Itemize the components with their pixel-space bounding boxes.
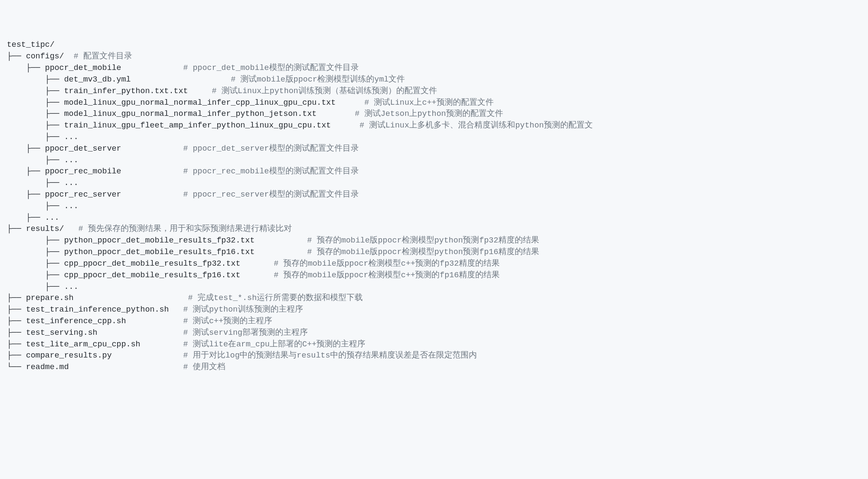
tree-line-text: ├── configs/	[7, 52, 73, 61]
tree-line-text: ├── train_infer_python.txt.txt	[7, 87, 212, 96]
tree-line-comment: # 测试python训练预测的主程序	[183, 305, 303, 314]
tree-line: ├── python_ppocr_det_mobile_results_fp32…	[7, 235, 861, 247]
tree-line-text: ├── model_linux_gpu_normal_normal_infer_…	[7, 98, 364, 107]
tree-line-text: ├── ppocr_det_server	[7, 144, 183, 153]
tree-line: ├── test_lite_arm_cpu_cpp.sh # 测试lite在ar…	[7, 339, 861, 351]
tree-line: ├── ppocr_rec_server # ppocr_rec_server模…	[7, 189, 861, 201]
tree-line-comment: # 测试Jetson上python预测的配置文件	[355, 109, 503, 118]
tree-line-text: ├── compare_results.py	[7, 351, 183, 360]
tree-line-comment: # 测试lite在arm_cpu上部署的C++预测的主程序	[183, 340, 366, 349]
tree-line: ├── model_linux_gpu_normal_normal_infer_…	[7, 97, 861, 109]
tree-line-text: ├── python_ppocr_det_mobile_results_fp16…	[7, 248, 307, 257]
tree-line-comment: # 预存的mobile版ppocr检测模型python预测fp16精度的结果	[307, 248, 539, 257]
tree-line: ├── train_linux_gpu_fleet_amp_infer_pyth…	[7, 120, 861, 132]
tree-line-comment: # 用于对比log中的预测结果与results中的预存结果精度误差是否在限定范围…	[183, 351, 477, 360]
tree-line-text: ├── ...	[7, 179, 88, 188]
tree-line-text: ├── train_linux_gpu_fleet_amp_infer_pyth…	[7, 121, 360, 130]
tree-line-text: ├── ppocr_det_mobile	[7, 64, 183, 73]
tree-line-text: ├── python_ppocr_det_mobile_results_fp32…	[7, 236, 307, 245]
tree-line-text: └── readme.md	[7, 363, 183, 372]
tree-line: ├── ...	[7, 178, 861, 189]
tree-line-text: ├── cpp_ppocr_det_mobile_results_fp16.tx…	[7, 271, 274, 280]
tree-line-text: ├── test_train_inference_python.sh	[7, 305, 183, 314]
tree-line-comment: # 预存的mobile版ppocr检测模型c++预测的fp32精度的结果	[274, 259, 500, 268]
tree-line-text: ├── ...	[7, 133, 88, 142]
tree-line-text: ├── ...	[7, 213, 73, 222]
tree-line-text: ├── ...	[7, 156, 88, 165]
tree-line-comment: # 测试Linux上python训练预测（基础训练预测）的配置文件	[212, 87, 437, 96]
tree-line-text: ├── cpp_ppocr_det_mobile_results_fp32.tx…	[7, 259, 274, 268]
directory-tree-block: test_tipc/├── configs/ # 配置文件目录 ├── ppoc…	[7, 39, 861, 373]
tree-line-comment: # ppocr_det_mobile模型的测试配置文件目录	[183, 64, 359, 73]
tree-line: ├── configs/ # 配置文件目录	[7, 51, 861, 63]
tree-line-text: ├── prepare.sh	[7, 294, 188, 303]
tree-line: ├── test_serving.sh # 测试serving部署预测的主程序	[7, 327, 861, 339]
tree-line: ├── test_inference_cpp.sh # 测试c++预测的主程序	[7, 316, 861, 327]
tree-line: ├── ...	[7, 132, 861, 143]
tree-line: ├── ...	[7, 201, 861, 212]
tree-line: ├── compare_results.py # 用于对比log中的预测结果与r…	[7, 350, 861, 362]
tree-line: ├── ...	[7, 155, 861, 167]
tree-line: ├── train_infer_python.txt.txt # 测试Linux…	[7, 86, 861, 97]
tree-line-text: ├── results/	[7, 224, 79, 233]
tree-line: └── readme.md # 使用文档	[7, 362, 861, 373]
tree-line-comment: # 使用文档	[183, 363, 225, 372]
tree-line: ├── ppocr_det_server # ppocr_det_server模…	[7, 143, 861, 155]
tree-line: ├── cpp_ppocr_det_mobile_results_fp16.tx…	[7, 270, 861, 282]
tree-line: ├── ...	[7, 282, 861, 293]
tree-line: ├── results/ # 预先保存的预测结果，用于和实际预测结果进行精读比对	[7, 224, 861, 235]
tree-line-comment: # 测试Linux上多机多卡、混合精度训练和python预测的配置文	[360, 121, 593, 130]
tree-line-comment: # 测试mobile版ppocr检测模型训练的yml文件	[231, 75, 405, 84]
tree-line-text: ├── model_linux_gpu_normal_normal_infer_…	[7, 109, 355, 118]
tree-line-comment: # 预存的mobile版ppocr检测模型c++预测的fp16精度的结果	[274, 271, 500, 280]
tree-line-text: ├── ...	[7, 282, 88, 291]
tree-line: ├── python_ppocr_det_mobile_results_fp16…	[7, 247, 861, 258]
tree-line-comment: # ppocr_det_server模型的测试配置文件目录	[183, 144, 359, 153]
tree-line: ├── ...	[7, 212, 861, 224]
tree-line: ├── det_mv3_db.yml # 测试mobile版ppocr检测模型训…	[7, 74, 861, 86]
tree-line-text: ├── test_lite_arm_cpu_cpp.sh	[7, 340, 183, 349]
tree-line: ├── ppocr_det_mobile # ppocr_det_mobile模…	[7, 63, 861, 74]
tree-line-comment: # 预先保存的预测结果，用于和实际预测结果进行精读比对	[79, 224, 292, 233]
tree-line-comment: # 预存的mobile版ppocr检测模型python预测fp32精度的结果	[307, 236, 539, 245]
tree-line-comment: # 完成test_*.sh运行所需要的数据和模型下载	[188, 294, 363, 303]
tree-line: ├── ppocr_rec_mobile # ppocr_rec_mobile模…	[7, 166, 861, 178]
tree-line-text: ├── ...	[7, 202, 88, 211]
tree-line: ├── test_train_inference_python.sh # 测试p…	[7, 304, 861, 316]
tree-line: ├── model_linux_gpu_normal_normal_infer_…	[7, 109, 861, 120]
tree-line: ├── cpp_ppocr_det_mobile_results_fp32.tx…	[7, 258, 861, 270]
tree-line-comment: # ppocr_rec_mobile模型的测试配置文件目录	[183, 167, 359, 176]
tree-line-text: ├── ppocr_rec_mobile	[7, 167, 183, 176]
tree-line-text: test_tipc/	[7, 40, 55, 49]
tree-line-text: ├── test_inference_cpp.sh	[7, 317, 183, 326]
tree-line-comment: # 测试c++预测的主程序	[183, 317, 273, 326]
tree-line: test_tipc/	[7, 39, 861, 51]
tree-line-text: ├── ppocr_rec_server	[7, 190, 183, 199]
tree-line: ├── prepare.sh # 完成test_*.sh运行所需要的数据和模型下…	[7, 293, 861, 304]
tree-line-text: ├── test_serving.sh	[7, 328, 183, 337]
tree-line-comment: # ppocr_rec_server模型的测试配置文件目录	[183, 190, 359, 199]
tree-line-comment: # 测试serving部署预测的主程序	[183, 328, 308, 337]
tree-line-comment: # 配置文件目录	[73, 52, 132, 61]
tree-line-text: ├── det_mv3_db.yml	[7, 75, 231, 84]
tree-line-comment: # 测试Linux上c++预测的配置文件	[364, 98, 494, 107]
